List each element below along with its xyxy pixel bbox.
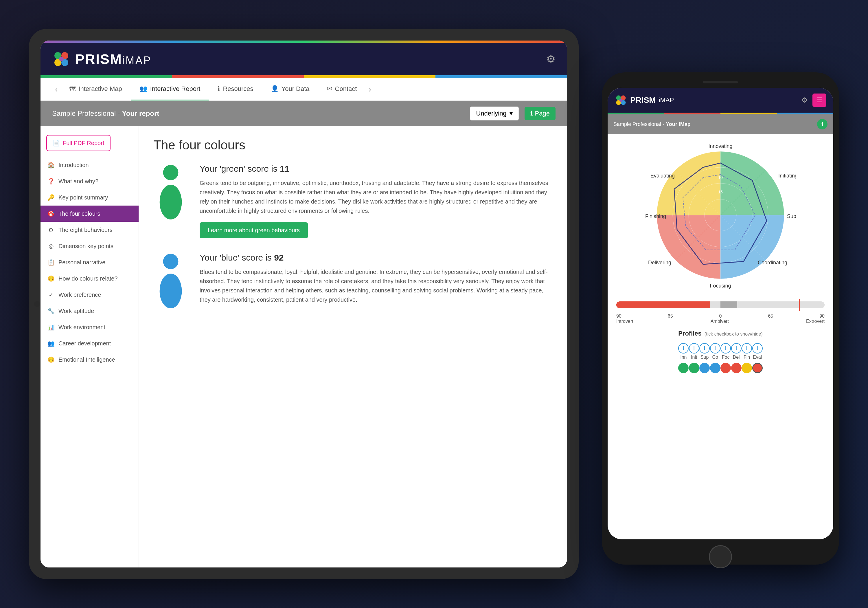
nav-item-interactive-map[interactable]: 🗺 Interactive Map <box>60 78 130 101</box>
learn-more-green-button[interactable]: Learn more about green behaviours <box>200 222 308 238</box>
sidebar-item-what-and-why[interactable]: ❓ What and why? <box>40 173 139 189</box>
profile-eval: i Eval <box>752 343 763 360</box>
sidebar-item-key-point-summary[interactable]: 🔑 Key point summary <box>40 189 139 205</box>
phone-brain-icon <box>615 94 627 107</box>
sidebar-item-work-preference[interactable]: ✓ Work preference <box>40 287 139 303</box>
circle-icon: ◎ <box>48 243 54 250</box>
profile-label-fin: Fin <box>744 355 750 360</box>
sidebar-item-work-aptitude[interactable]: 🔧 Work aptitude <box>40 303 139 319</box>
profile-fin: i Fin <box>742 343 752 360</box>
phone-header-icons: ⚙ ☰ <box>801 93 826 107</box>
nav-item-interactive-report[interactable]: 👥 Interactive Report <box>131 78 209 101</box>
svg-text:Finishing: Finishing <box>645 213 666 219</box>
sidebar-item-dimension-key-points[interactable]: ◎ Dimension key points <box>40 238 139 254</box>
blue-description: Blues tend to be compassionate, loyal, h… <box>200 267 553 304</box>
profile-info-del[interactable]: i <box>731 343 742 353</box>
ie-bar-container <box>616 299 825 311</box>
profile-info-init[interactable]: i <box>689 343 699 353</box>
gear-icon: ⚙ <box>48 226 54 233</box>
people-icon: 👥 <box>48 340 54 347</box>
phone-report-header: Sample Professional - Your iMap ℹ <box>608 114 833 134</box>
sidebar-item-personal-narrative[interactable]: 📋 Personal narrative <box>40 254 139 271</box>
nav-item-your-data[interactable]: 👤 Your Data <box>262 78 318 101</box>
profile-dot-blue2[interactable] <box>710 363 721 373</box>
nav-item-resources[interactable]: ℹ Resources <box>209 78 262 101</box>
nav-label-resources: Resources <box>223 85 253 93</box>
profile-info-co[interactable]: i <box>710 343 721 353</box>
map-icon: 🗺 <box>69 85 76 93</box>
clipboard-icon: 📋 <box>48 259 54 266</box>
main-content: 📄 Full PDF Report 🏠 Introduction ❓ What … <box>40 126 567 568</box>
phone-info-button[interactable]: ℹ <box>817 119 828 129</box>
profile-dot-red[interactable] <box>721 363 731 373</box>
profile-info-fin[interactable]: i <box>742 343 752 353</box>
page-content: The four colours Your 'green' score is 1… <box>139 126 567 568</box>
sidebar-item-career-development[interactable]: 👥 Career development <box>40 335 139 351</box>
svg-text:Coordinating: Coordinating <box>758 260 787 266</box>
sidebar-item-how-colours-relate[interactable]: 😊 How do colours relate? <box>40 271 139 287</box>
sidebar-item-eight-behaviours[interactable]: ⚙ The eight behaviours <box>40 222 139 238</box>
underlying-dropdown[interactable]: Underlying ▾ <box>470 107 518 120</box>
blue-colour-section: Your 'blue' score is 92 Blues tend to be… <box>153 253 553 311</box>
profile-info-eval[interactable]: i <box>752 343 763 353</box>
info-icon: ℹ <box>530 110 533 117</box>
smile-icon: 😊 <box>48 275 54 282</box>
sidebar-item-work-environment[interactable]: 📊 Work environment <box>40 319 139 335</box>
profile-dot-green2[interactable] <box>689 363 699 373</box>
profile-info-foc[interactable]: i <box>721 343 731 353</box>
profile-dot-yellow[interactable] <box>742 363 752 373</box>
sidebar-item-emotional-intelligence[interactable]: 😊 Emotional Intelligence <box>40 351 139 368</box>
green-colour-section: Your 'green' score is 11 Greens tend to … <box>153 164 553 238</box>
top-accent-line <box>40 40 567 43</box>
target-icon: 🎯 <box>48 210 54 217</box>
nav-label-data: Your Data <box>282 85 310 93</box>
green-person-svg <box>153 164 188 219</box>
svg-text:Initiating: Initiating <box>778 173 796 179</box>
pdf-report-button[interactable]: 📄 Full PDF Report <box>46 135 110 151</box>
logo-text: PRISM iMAP <box>75 51 152 67</box>
tablet-screen: PRISM iMAP ⚙ ‹ 🗺 Interactive Map 👥 Inter… <box>40 40 567 568</box>
phone-prism-text: PRISM <box>630 96 656 105</box>
profile-label-foc: Foc <box>722 355 730 360</box>
svg-point-7 <box>163 254 178 269</box>
sidebar-item-introduction[interactable]: 🏠 Introduction <box>40 157 139 173</box>
profile-dot-green[interactable] <box>678 363 688 373</box>
report-icon: 👥 <box>140 85 147 93</box>
extrovert-label: Extrovert <box>806 319 825 324</box>
profile-info-sup[interactable]: i <box>699 343 710 353</box>
svg-point-6 <box>160 185 182 219</box>
profile-info-inn[interactable]: i <box>678 343 688 353</box>
nav-next-arrow[interactable]: › <box>366 79 374 100</box>
phone-report-title: Sample Professional - Your iMap <box>614 121 691 128</box>
phone-home-button[interactable] <box>709 545 732 568</box>
profiles-title: Profiles <box>678 330 702 337</box>
blue-person-figure <box>153 253 188 309</box>
brain-icon <box>52 50 71 68</box>
wrench-icon: 🔧 <box>48 308 54 314</box>
svg-text:Focusing: Focusing <box>710 283 731 289</box>
phone-screen: PRISM iMAP ⚙ ☰ Sample Professional - You… <box>608 88 833 540</box>
resources-icon: ℹ <box>218 85 220 93</box>
check-icon: ✓ <box>48 291 54 298</box>
svg-text:Innovating: Innovating <box>708 143 732 149</box>
sidebar: 📄 Full PDF Report 🏠 Introduction ❓ What … <box>40 126 139 568</box>
settings-icon[interactable]: ⚙ <box>546 53 555 65</box>
profile-co: i Co <box>710 343 721 360</box>
phone-header: PRISM iMAP ⚙ ☰ <box>608 88 833 113</box>
green-description: Greens tend to be outgoing, innovative, … <box>200 178 553 215</box>
svg-point-5 <box>163 165 178 180</box>
phone-settings-icon[interactable]: ⚙ <box>801 96 808 104</box>
nav-prev-arrow[interactable]: ‹ <box>52 79 60 100</box>
blue-person-svg <box>153 253 188 308</box>
profile-dot-red2[interactable] <box>731 363 742 373</box>
phone-speaker <box>703 81 738 83</box>
key-icon: 🔑 <box>48 194 54 201</box>
logo-imap: iMAP <box>122 54 152 67</box>
phone-menu-button[interactable]: ☰ <box>812 93 826 107</box>
profile-dot-red-border[interactable] <box>752 363 763 373</box>
sidebar-item-four-colours[interactable]: 🎯 The four colours <box>40 205 139 222</box>
page-button[interactable]: ℹ Page <box>525 107 555 120</box>
profile-label-init: Init <box>691 355 697 360</box>
nav-item-contact[interactable]: ✉ Contact <box>318 78 366 101</box>
profile-dot-blue[interactable] <box>699 363 710 373</box>
